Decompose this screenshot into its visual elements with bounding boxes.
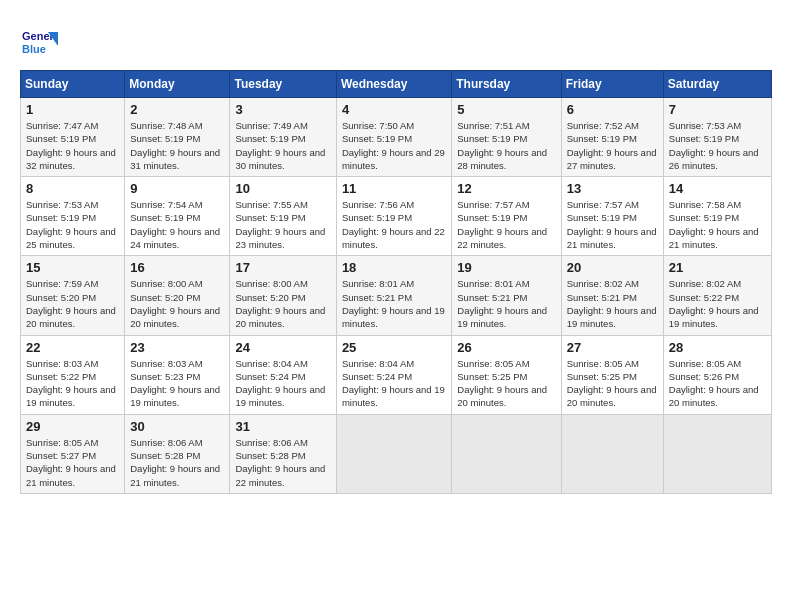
- logo-icon: General Blue: [20, 24, 58, 62]
- day-info: Sunrise: 7:48 AMSunset: 5:19 PMDaylight:…: [130, 119, 224, 172]
- day-number: 4: [342, 102, 446, 117]
- day-number: 7: [669, 102, 766, 117]
- day-number: 17: [235, 260, 330, 275]
- calendar-cell: 6Sunrise: 7:52 AMSunset: 5:19 PMDaylight…: [561, 98, 663, 177]
- day-of-week-header: Saturday: [663, 71, 771, 98]
- day-number: 6: [567, 102, 658, 117]
- day-info: Sunrise: 8:01 AMSunset: 5:21 PMDaylight:…: [457, 277, 555, 330]
- day-number: 31: [235, 419, 330, 434]
- day-number: 15: [26, 260, 119, 275]
- day-number: 14: [669, 181, 766, 196]
- day-info: Sunrise: 8:05 AMSunset: 5:27 PMDaylight:…: [26, 436, 119, 489]
- calendar-table: SundayMondayTuesdayWednesdayThursdayFrid…: [20, 70, 772, 494]
- day-info: Sunrise: 7:59 AMSunset: 5:20 PMDaylight:…: [26, 277, 119, 330]
- day-number: 24: [235, 340, 330, 355]
- day-info: Sunrise: 8:06 AMSunset: 5:28 PMDaylight:…: [235, 436, 330, 489]
- day-info: Sunrise: 8:03 AMSunset: 5:22 PMDaylight:…: [26, 357, 119, 410]
- calendar-cell: 28Sunrise: 8:05 AMSunset: 5:26 PMDayligh…: [663, 335, 771, 414]
- calendar-cell: 5Sunrise: 7:51 AMSunset: 5:19 PMDaylight…: [452, 98, 561, 177]
- day-number: 5: [457, 102, 555, 117]
- day-of-week-header: Monday: [125, 71, 230, 98]
- calendar-cell: 22Sunrise: 8:03 AMSunset: 5:22 PMDayligh…: [21, 335, 125, 414]
- day-number: 13: [567, 181, 658, 196]
- calendar-cell: [663, 414, 771, 493]
- day-number: 27: [567, 340, 658, 355]
- calendar-cell: 7Sunrise: 7:53 AMSunset: 5:19 PMDaylight…: [663, 98, 771, 177]
- calendar-cell: 31Sunrise: 8:06 AMSunset: 5:28 PMDayligh…: [230, 414, 336, 493]
- calendar-cell: 17Sunrise: 8:00 AMSunset: 5:20 PMDayligh…: [230, 256, 336, 335]
- day-number: 20: [567, 260, 658, 275]
- calendar-cell: 13Sunrise: 7:57 AMSunset: 5:19 PMDayligh…: [561, 177, 663, 256]
- calendar-cell: 24Sunrise: 8:04 AMSunset: 5:24 PMDayligh…: [230, 335, 336, 414]
- calendar-cell: 27Sunrise: 8:05 AMSunset: 5:25 PMDayligh…: [561, 335, 663, 414]
- day-info: Sunrise: 8:01 AMSunset: 5:21 PMDaylight:…: [342, 277, 446, 330]
- day-number: 29: [26, 419, 119, 434]
- day-number: 21: [669, 260, 766, 275]
- day-info: Sunrise: 7:51 AMSunset: 5:19 PMDaylight:…: [457, 119, 555, 172]
- calendar-cell: 21Sunrise: 8:02 AMSunset: 5:22 PMDayligh…: [663, 256, 771, 335]
- day-info: Sunrise: 7:55 AMSunset: 5:19 PMDaylight:…: [235, 198, 330, 251]
- day-info: Sunrise: 8:05 AMSunset: 5:25 PMDaylight:…: [567, 357, 658, 410]
- day-number: 9: [130, 181, 224, 196]
- day-info: Sunrise: 8:03 AMSunset: 5:23 PMDaylight:…: [130, 357, 224, 410]
- day-number: 1: [26, 102, 119, 117]
- calendar-cell: 3Sunrise: 7:49 AMSunset: 5:19 PMDaylight…: [230, 98, 336, 177]
- calendar-cell: 14Sunrise: 7:58 AMSunset: 5:19 PMDayligh…: [663, 177, 771, 256]
- day-info: Sunrise: 7:52 AMSunset: 5:19 PMDaylight:…: [567, 119, 658, 172]
- day-info: Sunrise: 7:56 AMSunset: 5:19 PMDaylight:…: [342, 198, 446, 251]
- day-of-week-header: Tuesday: [230, 71, 336, 98]
- calendar-cell: [452, 414, 561, 493]
- day-of-week-header: Sunday: [21, 71, 125, 98]
- day-info: Sunrise: 7:58 AMSunset: 5:19 PMDaylight:…: [669, 198, 766, 251]
- day-info: Sunrise: 7:47 AMSunset: 5:19 PMDaylight:…: [26, 119, 119, 172]
- day-number: 8: [26, 181, 119, 196]
- calendar-cell: 23Sunrise: 8:03 AMSunset: 5:23 PMDayligh…: [125, 335, 230, 414]
- calendar-cell: 11Sunrise: 7:56 AMSunset: 5:19 PMDayligh…: [336, 177, 451, 256]
- day-number: 16: [130, 260, 224, 275]
- header: General Blue: [20, 20, 772, 62]
- calendar-cell: 26Sunrise: 8:05 AMSunset: 5:25 PMDayligh…: [452, 335, 561, 414]
- calendar-cell: 29Sunrise: 8:05 AMSunset: 5:27 PMDayligh…: [21, 414, 125, 493]
- svg-text:Blue: Blue: [22, 43, 46, 55]
- day-number: 23: [130, 340, 224, 355]
- day-info: Sunrise: 8:00 AMSunset: 5:20 PMDaylight:…: [235, 277, 330, 330]
- day-info: Sunrise: 8:00 AMSunset: 5:20 PMDaylight:…: [130, 277, 224, 330]
- calendar-cell: 8Sunrise: 7:53 AMSunset: 5:19 PMDaylight…: [21, 177, 125, 256]
- calendar-cell: 10Sunrise: 7:55 AMSunset: 5:19 PMDayligh…: [230, 177, 336, 256]
- day-number: 10: [235, 181, 330, 196]
- calendar-cell: 19Sunrise: 8:01 AMSunset: 5:21 PMDayligh…: [452, 256, 561, 335]
- day-info: Sunrise: 8:04 AMSunset: 5:24 PMDaylight:…: [235, 357, 330, 410]
- calendar-cell: 15Sunrise: 7:59 AMSunset: 5:20 PMDayligh…: [21, 256, 125, 335]
- day-info: Sunrise: 8:04 AMSunset: 5:24 PMDaylight:…: [342, 357, 446, 410]
- logo: General Blue: [20, 24, 62, 62]
- day-number: 26: [457, 340, 555, 355]
- day-number: 30: [130, 419, 224, 434]
- day-of-week-header: Thursday: [452, 71, 561, 98]
- day-info: Sunrise: 7:49 AMSunset: 5:19 PMDaylight:…: [235, 119, 330, 172]
- day-of-week-header: Wednesday: [336, 71, 451, 98]
- day-info: Sunrise: 7:54 AMSunset: 5:19 PMDaylight:…: [130, 198, 224, 251]
- calendar-cell: 1Sunrise: 7:47 AMSunset: 5:19 PMDaylight…: [21, 98, 125, 177]
- day-info: Sunrise: 8:05 AMSunset: 5:26 PMDaylight:…: [669, 357, 766, 410]
- calendar-cell: [336, 414, 451, 493]
- day-number: 11: [342, 181, 446, 196]
- calendar-cell: 16Sunrise: 8:00 AMSunset: 5:20 PMDayligh…: [125, 256, 230, 335]
- calendar-cell: 9Sunrise: 7:54 AMSunset: 5:19 PMDaylight…: [125, 177, 230, 256]
- calendar-cell: 25Sunrise: 8:04 AMSunset: 5:24 PMDayligh…: [336, 335, 451, 414]
- calendar-cell: 20Sunrise: 8:02 AMSunset: 5:21 PMDayligh…: [561, 256, 663, 335]
- day-of-week-header: Friday: [561, 71, 663, 98]
- day-number: 25: [342, 340, 446, 355]
- calendar-cell: 2Sunrise: 7:48 AMSunset: 5:19 PMDaylight…: [125, 98, 230, 177]
- day-info: Sunrise: 8:06 AMSunset: 5:28 PMDaylight:…: [130, 436, 224, 489]
- day-info: Sunrise: 8:02 AMSunset: 5:22 PMDaylight:…: [669, 277, 766, 330]
- day-info: Sunrise: 7:53 AMSunset: 5:19 PMDaylight:…: [26, 198, 119, 251]
- day-number: 22: [26, 340, 119, 355]
- calendar-cell: 18Sunrise: 8:01 AMSunset: 5:21 PMDayligh…: [336, 256, 451, 335]
- calendar-cell: [561, 414, 663, 493]
- day-number: 28: [669, 340, 766, 355]
- day-number: 18: [342, 260, 446, 275]
- calendar-cell: 30Sunrise: 8:06 AMSunset: 5:28 PMDayligh…: [125, 414, 230, 493]
- day-info: Sunrise: 7:57 AMSunset: 5:19 PMDaylight:…: [567, 198, 658, 251]
- day-info: Sunrise: 8:02 AMSunset: 5:21 PMDaylight:…: [567, 277, 658, 330]
- day-info: Sunrise: 7:53 AMSunset: 5:19 PMDaylight:…: [669, 119, 766, 172]
